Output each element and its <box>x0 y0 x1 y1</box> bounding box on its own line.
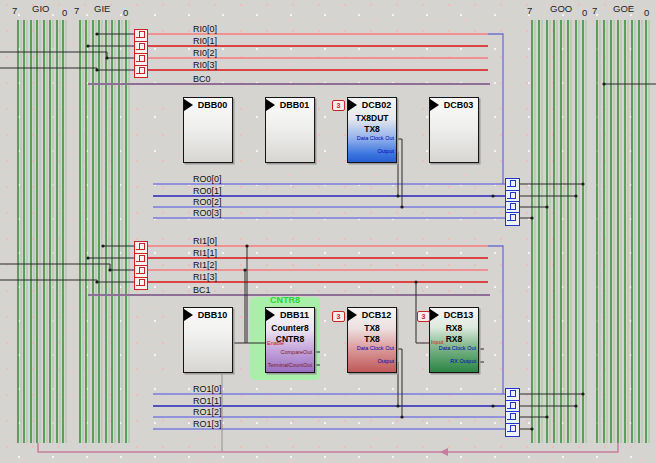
net-label-bc0: BC0 <box>193 74 211 84</box>
block-corner-icon <box>184 309 193 321</box>
gie-hi-index: 7 <box>74 6 79 16</box>
net-label-ro0-2: RO0[2] <box>193 197 222 207</box>
block-user-name: TX8 <box>348 323 396 333</box>
goo-lo-index: 0 <box>582 8 587 18</box>
net-ri0[interactable] <box>88 34 490 84</box>
pin-compare-out[interactable]: CompareOut <box>266 349 312 355</box>
resource-count-badge: 3 <box>417 311 430 322</box>
resource-count-badge: 3 <box>332 100 345 111</box>
block-dcb13[interactable]: DCB13 RX8 RX8 Input Data Clock Out RX Ou… <box>429 307 479 373</box>
block-corner-icon <box>430 309 439 321</box>
pin-output[interactable]: Output <box>348 358 394 364</box>
pin-enable[interactable]: Enable <box>267 340 284 346</box>
net-label-ri0-3: RI0[3] <box>193 60 217 70</box>
bottom-feedback-route[interactable] <box>38 443 618 456</box>
block-dcb12[interactable]: DCB12 TX8 TX8 Data Clock Out Output <box>347 307 397 373</box>
block-title: DCB13 <box>439 310 478 320</box>
gio-hi-index: 7 <box>12 6 17 16</box>
net-label-ro1-0: RO1[0] <box>193 384 222 394</box>
direction-arrow-icon <box>440 448 448 456</box>
block-corner-icon <box>184 99 193 111</box>
block-title: DCB12 <box>357 310 396 320</box>
net-label-ri0-0: RI0[0] <box>193 24 217 34</box>
goe-lo-index: 0 <box>644 8 649 18</box>
junction-dots <box>86 32 605 430</box>
selection-highlight-label: CNTR8 <box>250 295 320 305</box>
gie-lo-index: 0 <box>123 8 128 18</box>
block-type-name: TX8 <box>348 334 396 344</box>
sync-icon[interactable] <box>134 277 148 290</box>
block-dbb00[interactable]: DBB00 <box>183 97 233 163</box>
block-corner-icon <box>430 99 439 111</box>
net-label-ri1-0: RI1[0] <box>193 236 217 246</box>
pin-data-clock-out[interactable]: Data Clock Out <box>430 345 476 351</box>
output-driver-icon[interactable] <box>505 423 520 437</box>
gio-bus-label: GIO <box>32 4 49 14</box>
net-label-ro1-3: RO1[3] <box>193 419 222 429</box>
block-title: DBB11 <box>275 310 314 320</box>
block-title: DCB02 <box>357 100 396 110</box>
goe-bus-label: GOE <box>613 4 634 14</box>
block-dbb11[interactable]: DBB11 Counter8 CNTR8 Enable CompareOut T… <box>265 307 315 373</box>
block-corner-icon <box>348 309 357 321</box>
block-title: DBB00 <box>193 100 232 110</box>
block-user-name: Counter8 <box>266 323 314 333</box>
net-label-ro0-1: RO0[1] <box>193 186 222 196</box>
net-label-ro0-3: RO0[3] <box>193 208 222 218</box>
block-title: DCB03 <box>439 100 478 110</box>
block-dbb01[interactable]: DBB01 <box>265 97 315 163</box>
net-label-ri1-1: RI1[1] <box>193 248 217 258</box>
block-dcb02[interactable]: DCB02 TX8DUT TX8 Data Clock Out Output <box>347 97 397 163</box>
block-corner-icon <box>348 99 357 111</box>
net-label-bc1: BC1 <box>193 285 211 295</box>
block-dcb03[interactable]: DCB03 <box>429 97 479 163</box>
block-corner-icon <box>266 99 275 111</box>
net-label-ro1-1: RO1[1] <box>193 396 222 406</box>
block-user-name: RX8 <box>430 323 478 333</box>
pin-data-clock-out[interactable]: Data Clock Out <box>348 345 394 351</box>
goe-hi-index: 7 <box>592 6 597 16</box>
pin-terminal-count-out[interactable]: TerminalCountOut <box>266 362 312 368</box>
pin-output[interactable]: Output <box>348 148 394 154</box>
net-label-ri0-2: RI0[2] <box>193 48 217 58</box>
block-title: DBB01 <box>275 100 314 110</box>
net-label-ri0-1: RI0[1] <box>193 36 217 46</box>
net-label-ri1-3: RI1[3] <box>193 272 217 282</box>
bus-gio-lines[interactable] <box>18 20 66 443</box>
block-user-name: TX8DUT <box>348 113 396 123</box>
wiring-layer <box>0 0 656 463</box>
sync-icon[interactable] <box>134 65 148 78</box>
bus-goo-lines[interactable] <box>532 20 586 443</box>
net-ri1[interactable] <box>88 246 490 295</box>
pin-rx-output[interactable]: RX Output <box>430 358 476 364</box>
block-type-name: TX8 <box>348 124 396 134</box>
pin-data-clock-out[interactable]: Data Clock Out <box>348 135 394 141</box>
resource-count-badge: 3 <box>332 311 345 322</box>
goo-hi-index: 7 <box>527 6 532 16</box>
interconnect-view: 7 GIO 0 7 GIE 0 7 GOO 0 7 GOE 0 CNTR8 <box>0 0 656 463</box>
output-driver-icon[interactable] <box>505 212 520 226</box>
block-dbb10[interactable]: DBB10 <box>183 307 233 373</box>
gie-bus-label: GIE <box>94 4 110 14</box>
block-title: DBB10 <box>193 310 232 320</box>
goo-bus-label: GOO <box>550 4 572 14</box>
block-corner-icon <box>266 309 275 321</box>
gio-lo-index: 0 <box>62 8 67 18</box>
net-label-ri1-2: RI1[2] <box>193 260 217 270</box>
net-label-ro0-0: RO0[0] <box>193 174 222 184</box>
net-label-ro1-2: RO1[2] <box>193 407 222 417</box>
